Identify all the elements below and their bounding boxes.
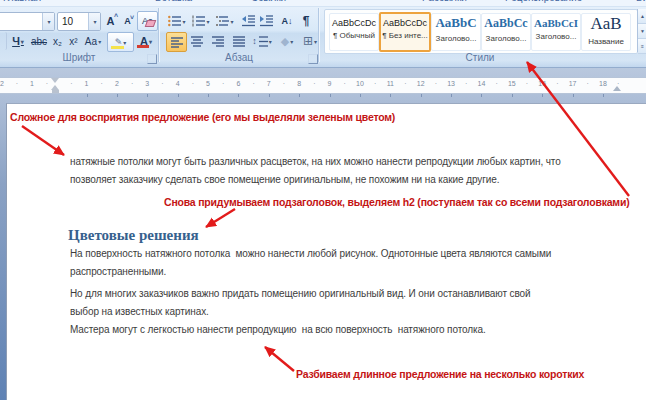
italic-button[interactable] (0, 32, 7, 50)
styles-gallery-scroll[interactable]: ▲ ▼ ≡ (637, 9, 646, 52)
annotation-note-split-sentence: Разбиваем длинное предложение на несколь… (296, 368, 584, 380)
line-spacing-icon[interactable]: ↕ ▾ (251, 32, 273, 50)
annotation-note-complex-sentence: Сложное для восприятия предложение (его … (10, 111, 395, 123)
paragraph-group-label: Абзац (160, 52, 318, 64)
ruler-dot: · (131, 80, 133, 87)
tab-mailings[interactable]: Рассылки (422, 0, 467, 3)
subscript-button[interactable]: x₂ (50, 32, 65, 50)
tab-review[interactable]: Рецензирование (505, 0, 582, 3)
tab-home[interactable]: Главная (3, 0, 41, 3)
ruler-dot: · (526, 80, 528, 87)
paragraph-dialog-launcher-icon[interactable] (308, 54, 318, 64)
paragraph[interactable]: Мастера могут с легкостью нанести репрод… (70, 321, 486, 339)
ruler-dot: · (46, 80, 48, 87)
style-chip-title[interactable]: AaB Название (581, 13, 631, 51)
change-case-button[interactable]: Аа▾ (82, 32, 104, 50)
gallery-up-icon[interactable]: ▲ (638, 9, 646, 24)
pilcrow-icon[interactable]: ¶ (298, 12, 314, 30)
numbered-list-icon[interactable]: ▾ (190, 12, 212, 30)
ruler-number: 16 (538, 80, 546, 87)
paragraph[interactable]: натяжные потолки могут быть различных ра… (70, 153, 561, 189)
grow-font-button[interactable]: А˄ (102, 12, 119, 29)
ruler-number: 2 (115, 80, 119, 87)
gallery-down-icon[interactable]: ▼ (638, 24, 646, 39)
ruler-margin-number: 1 (30, 80, 34, 87)
ruler-dot: · (344, 80, 346, 87)
ruler-dot: · (556, 80, 558, 87)
gallery-more-icon[interactable]: ≡ (638, 39, 646, 54)
paragraph[interactable]: На поверхность натяжного потолка можно н… (70, 245, 551, 281)
underline-button[interactable]: Ч▾ (8, 32, 28, 50)
bullet-list-icon[interactable]: ▾ (166, 12, 188, 30)
align-center-button[interactable] (187, 32, 206, 50)
align-left-button[interactable] (166, 32, 187, 52)
highlighter-icon[interactable]: ✎▾ (107, 32, 134, 52)
ruler-number: 17 (569, 80, 577, 87)
ruler-dot: · (495, 80, 497, 87)
ruler-number: 8 (297, 80, 301, 87)
font-size-value: 10 (58, 16, 88, 27)
font-size-combo[interactable]: 10 ▾ (57, 12, 101, 31)
annotation-note-subheading-h2: Снова придумываем подзаголовок, выделяем… (164, 196, 629, 208)
ribbon: Главная Вставка Ссылки Рассылки Рецензир… (0, 0, 646, 68)
ruler-number: 13 (447, 80, 455, 87)
superscript-button[interactable]: x² (66, 32, 81, 50)
decrease-indent-icon[interactable] (240, 12, 257, 30)
first-line-indent-marker[interactable] (51, 78, 59, 83)
ruler-number: 18 (599, 80, 607, 87)
ruler-dot: · (70, 80, 72, 87)
align-right-button[interactable] (208, 32, 227, 50)
style-chip-no-spacing[interactable]: AaBbCcDc ¶ Без инте... (379, 12, 431, 52)
styles-gallery: AaBbCcDc ¶ Обычный AaBbCcDc ¶ Без инте..… (324, 9, 638, 54)
ruler-number: 11 (387, 80, 394, 87)
ruler-dot: · (222, 80, 224, 87)
justify-button[interactable] (229, 32, 248, 50)
ruler-dot: · (404, 80, 406, 87)
tab-insert[interactable]: Вставка (155, 0, 192, 3)
shrink-font-button[interactable]: А˅ (120, 13, 135, 29)
font-color-button[interactable]: А▾ (134, 32, 158, 50)
ruler-dot: · (374, 80, 376, 87)
ribbon-tabs: Главная Вставка Ссылки Рассылки Рецензир… (0, 0, 646, 7)
paragraph[interactable]: Но для многих заказчиков важно придать п… (70, 285, 531, 321)
ruler-number: 1 (85, 80, 89, 87)
ruler-number: 5 (206, 80, 210, 87)
sort-icon[interactable]: А↓ (278, 12, 296, 30)
ruler-dot: · (313, 80, 315, 87)
chevron-down-icon[interactable]: ▾ (42, 13, 54, 30)
horizontal-ruler[interactable]: 2·1··1·2·3·4·5·6·7·8·9·10·11·12·13·14·15… (0, 77, 646, 94)
ruler-number: 10 (356, 80, 364, 87)
strikethrough-button[interactable]: abc (30, 32, 48, 50)
ruler-number: 4 (176, 80, 180, 87)
tab-references[interactable]: Ссылки (251, 0, 286, 3)
clear-formatting-button[interactable]: Аа (137, 11, 158, 31)
ruler-dot: · (192, 80, 194, 87)
font-dialog-launcher-icon[interactable] (147, 54, 157, 64)
style-chip-heading2[interactable]: AaBbCc Заголово... (481, 13, 531, 51)
font-name-combo[interactable]: ▾ (0, 12, 55, 31)
word-window: Главная Вставка Ссылки Рассылки Рецензир… (0, 0, 646, 400)
document-heading[interactable]: Цветовые решения (68, 227, 199, 244)
ruler-dot: · (587, 80, 589, 87)
style-chip-heading3[interactable]: AaBbCcI Заголово... (531, 13, 581, 51)
tab-view[interactable]: Вид (636, 0, 646, 3)
shading-icon[interactable]: ◆ ▾ (276, 32, 298, 50)
left-indent-marker[interactable] (52, 90, 59, 93)
ruler-margin-number: 2 (0, 80, 4, 87)
font-group-label: Шрифт (0, 52, 158, 64)
style-chip-normal[interactable]: AaBbCcDc ¶ Обычный (329, 13, 379, 51)
ruler-dot: · (161, 80, 163, 87)
ruler-number: 9 (328, 80, 332, 87)
style-chip-heading1[interactable]: AaBbC Заголово... (431, 13, 481, 51)
multilevel-list-icon[interactable]: ▾ (214, 12, 236, 30)
ruler-dot: · (617, 80, 619, 87)
ruler-number: 3 (145, 80, 149, 87)
ruler-number: 6 (236, 80, 240, 87)
ruler-number: 15 (508, 80, 516, 87)
ruler-number: 12 (417, 80, 425, 87)
chevron-down-icon[interactable]: ▾ (88, 13, 100, 30)
ruler-dot: · (252, 80, 254, 87)
styles-group-label: Стили (322, 52, 638, 64)
ruler-dot: · (435, 80, 437, 87)
increase-indent-icon[interactable] (258, 12, 275, 30)
